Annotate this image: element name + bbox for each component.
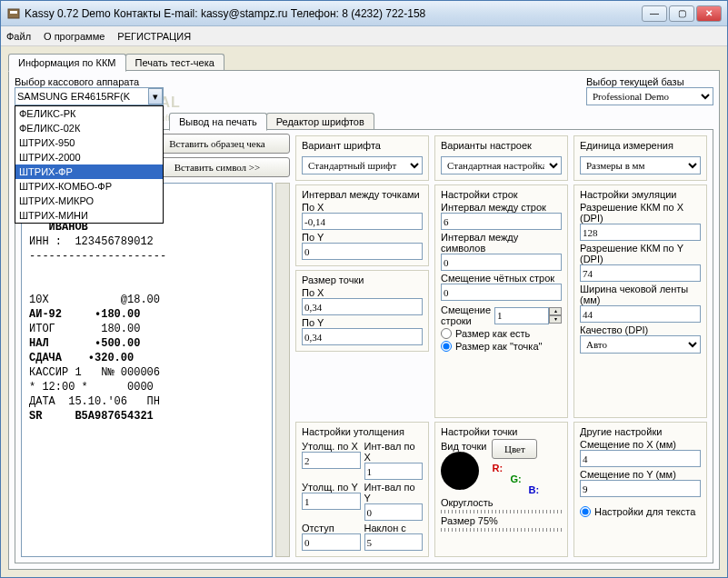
label-tape-width: Ширина чековой ленты (мм) bbox=[580, 284, 701, 305]
interval-x-input[interactable] bbox=[302, 213, 423, 230]
receipt-line: * 12:00 * 0000 bbox=[29, 381, 154, 394]
device-dropdown[interactable]: SAMSUNG ER4615RF(K ▾ ФЕЛИКС-РКФЕЛИКС-02К… bbox=[15, 87, 164, 105]
tape-width-input[interactable] bbox=[580, 305, 701, 323]
label-point-settings: Настройки точки bbox=[441, 426, 562, 437]
close-button[interactable]: ✕ bbox=[696, 5, 722, 22]
receipt-line: ИТОГ 180.00 bbox=[29, 323, 140, 335]
size-y-input[interactable] bbox=[302, 328, 423, 345]
color-button[interactable]: Цвет bbox=[492, 439, 537, 459]
radio-size-dot[interactable] bbox=[441, 341, 452, 352]
tab-kkm-info[interactable]: Информация по ККМ bbox=[8, 54, 126, 72]
label-tilt: Наклон с bbox=[364, 523, 424, 533]
minimize-button[interactable]: — bbox=[642, 5, 667, 22]
dpi-y-input[interactable] bbox=[580, 264, 701, 282]
indent-input[interactable] bbox=[302, 533, 361, 551]
device-option[interactable]: ФЕЛИКС-РК bbox=[15, 106, 163, 121]
db-select[interactable]: Professional Demo bbox=[586, 87, 713, 105]
even-offset-input[interactable] bbox=[441, 284, 562, 301]
label-indent: Отступ bbox=[302, 523, 361, 533]
size-x-input[interactable] bbox=[302, 298, 423, 315]
bold-iy-input[interactable] bbox=[364, 503, 424, 521]
label-text-settings: Настройки для текста bbox=[594, 506, 695, 517]
settings-variant-select[interactable]: Стандартная настройка bbox=[441, 156, 562, 174]
menu-file[interactable]: Файл bbox=[6, 31, 31, 42]
device-dropdown-list[interactable]: ФЕЛИКС-РКФЕЛИКС-02КШТРИХ-950ШТРИХ-2000ШТ… bbox=[15, 105, 164, 224]
unit-select[interactable]: Размеры в мм bbox=[580, 156, 701, 174]
radio-size-asis[interactable] bbox=[441, 328, 452, 339]
label-other-settings: Другие настройки bbox=[580, 426, 701, 437]
label-interval-x: По X bbox=[302, 202, 423, 213]
tab-print-output[interactable]: Вывод на печать bbox=[169, 113, 267, 131]
chevron-down-icon[interactable]: ▾ bbox=[148, 88, 163, 105]
size-slider[interactable] bbox=[441, 528, 562, 532]
app-icon bbox=[6, 6, 21, 21]
font-variant-select[interactable]: Стандартный шрифт bbox=[302, 156, 423, 174]
sym-interval-input[interactable] bbox=[441, 254, 562, 271]
receipt-line: 10X @18.00 bbox=[29, 294, 160, 306]
radio-text-settings[interactable] bbox=[580, 506, 591, 517]
interval-y-input[interactable] bbox=[302, 243, 423, 260]
label-sym-interval: Интервал между символов bbox=[441, 232, 562, 254]
quality-select[interactable]: Авто bbox=[580, 335, 701, 354]
label-size-x: По X bbox=[302, 287, 423, 298]
label-interval-y: По Y bbox=[302, 232, 423, 243]
titlebar-text: Kassy 0.72 Demo Контакты E-mail: kassy@s… bbox=[25, 7, 642, 20]
roundness-slider[interactable] bbox=[441, 510, 562, 513]
device-option[interactable]: ШТРИХ-2000 bbox=[15, 150, 163, 164]
label-choose-device: Выбор кассового аппарата bbox=[15, 76, 164, 87]
insert-sample-button[interactable]: Вставить образец чека bbox=[145, 134, 290, 154]
rgb-label: B: bbox=[528, 484, 539, 495]
device-option[interactable]: ШТРИХ-КОМБО-ФР bbox=[15, 179, 163, 194]
device-option[interactable]: ШТРИХ-ФР bbox=[15, 164, 163, 179]
label-bold-settings: Настройки утолщения bbox=[302, 426, 423, 437]
receipt-line: АИ-92 •180.00 bbox=[29, 308, 140, 321]
off-x-input[interactable] bbox=[580, 450, 701, 467]
rgb-label: G: bbox=[510, 473, 539, 484]
label-point-size: Размер 75% bbox=[441, 515, 562, 526]
label-roundness: Округлость bbox=[441, 497, 562, 508]
device-option[interactable]: ШТРИХ-МИКРО bbox=[15, 194, 163, 208]
point-preview bbox=[441, 452, 479, 490]
device-option[interactable]: ШТРИХ-МИНИ bbox=[15, 208, 163, 223]
line-interval-input[interactable] bbox=[441, 213, 562, 230]
svg-rect-1 bbox=[10, 11, 17, 14]
label-quality: Качество (DPI) bbox=[580, 324, 701, 335]
menu-registration[interactable]: РЕГИСТРАЦИЯ bbox=[117, 31, 191, 42]
receipt-scrollbar[interactable] bbox=[275, 183, 290, 557]
label-choose-db: Выбор текущей базы bbox=[586, 76, 713, 87]
receipt-line: --------------------- bbox=[29, 250, 166, 263]
maximize-button[interactable]: ▢ bbox=[669, 5, 694, 22]
bold-ix-input[interactable] bbox=[364, 463, 424, 480]
label-font-variant: Вариант шрифта bbox=[302, 140, 423, 151]
label-line-offset: Смещение строки bbox=[441, 304, 491, 326]
receipt-line: НАЛ •500.00 bbox=[29, 337, 140, 350]
rgb-label: R: bbox=[492, 463, 539, 473]
line-offset-input[interactable] bbox=[494, 307, 549, 324]
label-size-dot: Размер как "точка" bbox=[455, 341, 542, 352]
label-point-kind: Вид точки bbox=[441, 441, 486, 452]
label-bold-x: Утолщ. по X bbox=[302, 441, 361, 452]
spin-down-icon[interactable]: ▾ bbox=[549, 315, 562, 324]
label-unit: Единица измерения bbox=[580, 140, 701, 151]
device-option[interactable]: ШТРИХ-950 bbox=[15, 135, 163, 150]
dpi-x-input[interactable] bbox=[580, 224, 701, 241]
menu-about[interactable]: О программе bbox=[44, 31, 105, 42]
bold-x-input[interactable] bbox=[302, 452, 361, 469]
label-settings-variant: Варианты настроек bbox=[441, 140, 562, 151]
label-bold-y: Утолщ. по Y bbox=[302, 482, 361, 493]
tilt-input[interactable] bbox=[364, 533, 424, 551]
bold-y-input[interactable] bbox=[302, 493, 361, 510]
receipt-preview[interactable]: ООО ИВАНОВ ИНН : 123456789012 ----------… bbox=[21, 183, 273, 557]
label-dpi-x: Разрешение ККМ по X (DPI) bbox=[580, 202, 701, 224]
receipt-line: ИНН : 123456789012 bbox=[29, 235, 154, 248]
tab-test-print[interactable]: Печать тест-чека bbox=[125, 54, 224, 71]
label-dot-size: Размер точки bbox=[302, 274, 423, 285]
tab-font-editor[interactable]: Редактор шрифтов bbox=[266, 113, 374, 130]
insert-symbol-button[interactable]: Вставить символ >> bbox=[145, 157, 290, 177]
label-dpi-y: Разрешение ККМ по Y (DPI) bbox=[580, 243, 701, 264]
label-off-y: Смещение по Y (мм) bbox=[580, 469, 701, 480]
spin-up-icon[interactable]: ▴ bbox=[549, 307, 562, 315]
off-y-input[interactable] bbox=[580, 480, 701, 497]
device-option[interactable]: ФЕЛИКС-02К bbox=[15, 121, 163, 135]
receipt-line: КАССИР 1 N№ 000006 bbox=[29, 366, 160, 379]
